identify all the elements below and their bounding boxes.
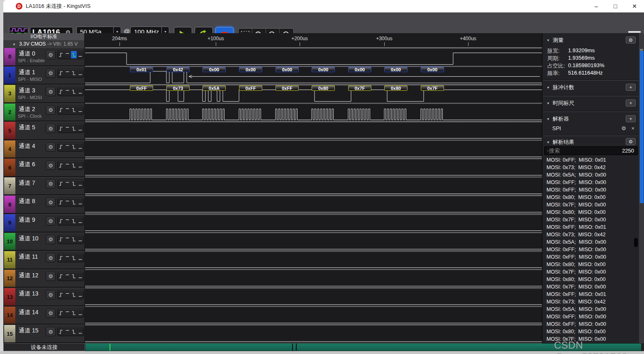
result-row[interactable]: MOSI: 0x5A; MISO: 0x00 (542, 306, 637, 313)
panel-scrollbar-thumb[interactable] (640, 51, 644, 203)
measure-settings-gear-icon[interactable]: ⚙ (626, 36, 636, 44)
channel-settings-gear-icon[interactable]: ⚙ (46, 87, 56, 96)
channel-row[interactable]: 14通道 14⚙ (3, 306, 84, 325)
channel-row[interactable]: 0通道 0SPI - Enable⚙ (3, 48, 84, 66)
falling-edge-trigger-icon[interactable] (71, 180, 77, 188)
result-row[interactable]: MOSI: 0xFF; MISO: 0x00 (542, 246, 637, 253)
result-row[interactable]: MOSI: 0x5A; MISO: 0x00 (542, 171, 637, 179)
result-row[interactable]: MOSI: 0x7F; MISO: 0x00 (542, 201, 637, 209)
low-level-trigger-icon[interactable] (77, 273, 83, 280)
high-level-trigger-icon[interactable] (64, 310, 71, 317)
search-input[interactable] (549, 148, 622, 154)
result-row[interactable]: MOSI: 0x80; MISO: 0x00 (542, 209, 637, 216)
result-row[interactable]: MOSI: 0xFF; MISO: 0x01 (542, 156, 637, 164)
results-search-box[interactable]: 2250 (544, 146, 638, 155)
result-row[interactable]: MOSI: 0xFF; MISO: 0x00 (542, 320, 637, 328)
channel-row[interactable]: 8通道 8⚙ (3, 195, 84, 214)
decoder-item-spi[interactable]: SPI ⚙ × (542, 125, 639, 133)
rising-edge-trigger-icon[interactable] (58, 199, 64, 206)
result-row[interactable]: MOSI: 0x5A; MISO: 0x00 (542, 238, 637, 246)
rising-edge-trigger-icon[interactable] (58, 88, 64, 95)
rising-edge-trigger-icon[interactable] (58, 143, 64, 151)
rising-edge-trigger-icon[interactable] (58, 107, 64, 114)
rising-edge-trigger-icon[interactable] (58, 328, 64, 335)
close-button[interactable]: ✕ (625, 0, 644, 12)
result-row[interactable]: MOSI: 0xFF; MISO: 0x00 (542, 313, 637, 320)
result-row[interactable]: MOSI: 0x80; MISO: 0x00 (542, 276, 637, 283)
falling-edge-trigger-icon[interactable] (71, 291, 77, 298)
rising-edge-trigger-icon[interactable] (58, 310, 64, 317)
high-level-trigger-icon[interactable] (64, 217, 71, 225)
results-settings-gear-icon[interactable]: ⚙ (626, 138, 636, 145)
rising-edge-trigger-icon[interactable] (58, 125, 64, 132)
channel-settings-gear-icon[interactable]: ⚙ (46, 69, 56, 78)
section-time-ruler[interactable]: ▼ 时间标尺 (542, 99, 639, 108)
channel-row[interactable]: 12通道 12⚙ (3, 269, 84, 288)
rising-edge-trigger-icon[interactable] (58, 273, 64, 280)
falling-edge-trigger-icon[interactable] (71, 107, 77, 114)
decoder-settings-gear-icon[interactable]: ⚙ (621, 125, 626, 131)
channel-settings-gear-icon[interactable]: ⚙ (46, 50, 56, 59)
result-row[interactable]: MOSI: 0xFF; MISO: 0x00 (542, 179, 637, 186)
channel-row[interactable]: 9通道 9⚙ (3, 214, 84, 233)
channel-row[interactable]: 4通道 4⚙ (3, 140, 84, 159)
low-level-trigger-icon[interactable] (77, 310, 83, 317)
channel-row[interactable]: 2通道 2SPI - Clock⚙ (3, 103, 84, 122)
high-level-trigger-icon[interactable] (64, 236, 71, 243)
result-row[interactable]: MOSI: 0xFF; MISO: 0x01 (542, 223, 637, 231)
low-level-trigger-icon[interactable] (77, 88, 83, 95)
falling-edge-trigger-icon[interactable] (71, 162, 77, 169)
result-row[interactable]: MOSI: 0x80; MISO: 0x00 (542, 194, 637, 201)
channel-settings-gear-icon[interactable]: ⚙ (46, 272, 56, 281)
channel-settings-gear-icon[interactable]: ⚙ (46, 198, 56, 207)
rising-edge-trigger-icon[interactable] (58, 236, 64, 243)
low-level-trigger-icon[interactable] (77, 51, 83, 58)
minimize-button[interactable]: – (587, 0, 606, 12)
low-level-trigger-icon[interactable] (77, 236, 83, 243)
result-row[interactable]: MOSI: 0xFF; MISO: 0x00 (542, 186, 637, 194)
maximize-button[interactable]: □ (606, 0, 625, 12)
result-row[interactable]: MOSI: 0x7F; MISO: 0x00 (542, 283, 637, 291)
section-measure[interactable]: ▼ 测量 (542, 36, 639, 45)
low-level-trigger-icon[interactable] (77, 328, 83, 335)
falling-edge-trigger-icon[interactable] (71, 199, 77, 206)
low-level-trigger-icon[interactable] (77, 162, 83, 169)
falling-edge-trigger-icon[interactable] (71, 217, 77, 225)
channel-row[interactable]: 7通道 7⚙ (3, 177, 84, 196)
high-level-trigger-icon[interactable] (64, 180, 71, 188)
result-row[interactable]: MOSI: 0x7F; MISO: 0x00 (542, 268, 637, 276)
high-level-trigger-icon[interactable] (64, 199, 71, 206)
result-row[interactable]: MOSI: 0xFF; MISO: 0x01 (542, 291, 637, 298)
section-pulse-count[interactable]: ▼ 脉冲计数 (542, 83, 639, 92)
rising-edge-trigger-icon[interactable] (58, 291, 64, 298)
channel-settings-gear-icon[interactable]: ⚙ (46, 124, 56, 133)
falling-edge-trigger-icon[interactable] (71, 125, 77, 132)
channel-row[interactable]: 3通道 3SPI - MOSI⚙ (3, 85, 84, 103)
falling-edge-trigger-icon[interactable] (71, 273, 77, 280)
falling-edge-trigger-icon[interactable] (71, 310, 77, 317)
result-row[interactable]: MOSI: 0xFF; MISO: 0x00 (542, 253, 637, 261)
high-level-trigger-icon[interactable] (64, 254, 71, 262)
high-level-trigger-icon[interactable] (64, 125, 71, 132)
channel-row[interactable]: 10通道 10⚙ (3, 233, 84, 251)
low-level-trigger-icon[interactable] (77, 217, 83, 225)
channel-row[interactable]: 11通道 11⚙ (3, 251, 84, 269)
low-level-trigger-icon[interactable] (77, 199, 83, 206)
falling-edge-trigger-icon[interactable] (71, 328, 77, 335)
low-level-trigger-icon[interactable] (77, 143, 83, 151)
high-level-trigger-icon[interactable] (64, 70, 71, 77)
section-results[interactable]: ▼ 解析结果 (542, 138, 639, 147)
result-row[interactable]: MOSI: 0x80; MISO: 0x00 (542, 328, 637, 335)
high-level-trigger-icon[interactable] (64, 162, 71, 169)
high-level-trigger-icon[interactable] (64, 51, 71, 58)
channel-settings-gear-icon[interactable]: ⚙ (46, 309, 56, 318)
low-level-trigger-icon[interactable] (77, 254, 83, 262)
result-row[interactable]: MOSI: 0x73; MISO: 0x42 (542, 164, 637, 171)
result-row[interactable]: MOSI: 0x80; MISO: 0x00 (542, 261, 637, 268)
time-ruler-add-button[interactable]: + (626, 99, 636, 107)
view-window-marker[interactable] (292, 344, 293, 351)
channel-settings-gear-icon[interactable]: ⚙ (46, 327, 56, 336)
channel-settings-gear-icon[interactable]: ⚙ (46, 290, 56, 299)
channel-settings-gear-icon[interactable]: ⚙ (46, 179, 56, 189)
rising-edge-trigger-icon[interactable] (58, 70, 64, 77)
